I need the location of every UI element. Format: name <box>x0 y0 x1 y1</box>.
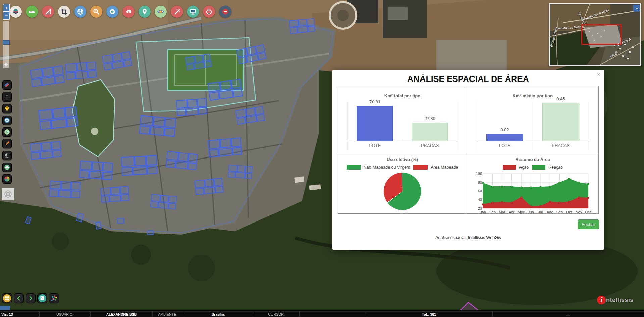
chart-uso-efetivo: Uso efetivo (%) Não Mapeada ou Virgem Ár… <box>338 153 467 213</box>
bar-column-lote: 0.02 LOTE <box>477 102 533 150</box>
zoom-in-button[interactable]: + <box>3 4 9 11</box>
legend-label: Área Mapeada <box>431 165 458 170</box>
legend-item: Reação <box>532 165 563 170</box>
globe-icon[interactable] <box>74 6 86 18</box>
overview-minimap[interactable]: Avenida das Nações Quatro Su Avenida das… <box>549 3 641 66</box>
legend-swatch-red <box>503 165 516 170</box>
magic-wand-icon[interactable] <box>171 6 183 18</box>
grid-menu-icon[interactable] <box>2 293 12 303</box>
bar <box>412 123 448 141</box>
cloud-green-icon[interactable] <box>2 163 12 172</box>
legend-item: Ação <box>503 165 529 170</box>
bar <box>357 106 393 141</box>
status-total: Tot.: 381 <box>365 312 493 317</box>
zoom-slider-handle[interactable] <box>3 40 10 45</box>
modal-caption: Análise espacial. Intellissis WebGis <box>332 235 604 240</box>
crosshair-icon[interactable] <box>2 92 12 102</box>
eraser-icon[interactable] <box>2 80 12 90</box>
bar <box>542 103 579 141</box>
chart-km2-total: Km² total por tipo 70.91 LOTE 27.30 PRAC… <box>338 86 467 153</box>
layers-icon[interactable] <box>10 6 22 18</box>
intellissis-logo: i ntellissis <box>597 296 634 304</box>
legend-item: Não Mapeada ou Virgem <box>347 165 410 170</box>
pie-chart <box>384 173 421 210</box>
close-icon[interactable]: × <box>596 71 601 78</box>
bar-value: 27.30 <box>424 116 435 121</box>
pie-legend: Não Mapeada ou Virgem Área Mapeada <box>338 165 467 170</box>
zoom-out-button[interactable]: − <box>3 12 9 19</box>
status-vis: Vis. 13 <box>0 312 40 317</box>
satellite-icon[interactable] <box>2 151 12 160</box>
svg-text:Oct: Oct <box>566 210 572 213</box>
bar-value: 0.45 <box>556 96 565 101</box>
energy-blue-icon[interactable] <box>2 116 12 125</box>
block-icon[interactable] <box>219 6 231 18</box>
status-cursor-value <box>300 312 365 317</box>
target-icon[interactable] <box>2 188 14 200</box>
legend-label: Não Mapeada ou Virgem <box>364 165 410 170</box>
area-chart: 20406080100JanFebMarAprMayJunJulAgoSepOc… <box>469 171 596 213</box>
cluster-icon[interactable] <box>49 293 59 303</box>
status-bar: Vis. 13 USUÁRIO: ALEXANDRE BSB AMBIENTE:… <box>0 310 644 317</box>
fechar-button[interactable]: Fechar <box>578 219 599 229</box>
bar-category-label: LOTE <box>348 141 402 148</box>
legend-label: Reação <box>548 165 563 170</box>
zoom-slider[interactable] <box>3 21 9 68</box>
legend-item: Área Mapeada <box>413 165 458 170</box>
app-window: + − <box>0 0 644 317</box>
crop-icon[interactable] <box>58 6 70 18</box>
svg-text:Sep: Sep <box>556 210 563 213</box>
minimap-collapse-button[interactable]: » <box>633 5 640 12</box>
bar-category-label: PRACAS <box>402 141 457 148</box>
ruler-icon[interactable] <box>26 6 38 18</box>
pie-chart-icon[interactable] <box>2 174 12 184</box>
chart-title: Km² médio por tipo <box>467 86 598 98</box>
svg-text:80: 80 <box>478 180 482 184</box>
area-legend: Ação Reação <box>467 165 598 170</box>
screenshot-icon[interactable] <box>37 293 47 303</box>
eye-identify-icon[interactable] <box>155 6 167 18</box>
status-more-button[interactable]: ... <box>493 312 644 317</box>
status-ambiente-label: AMBIENTE: <box>153 312 183 317</box>
svg-text:Dec: Dec <box>585 210 592 213</box>
power-icon[interactable] <box>203 6 215 18</box>
zoom-slider-end <box>4 63 8 66</box>
legend-swatch-green <box>347 165 361 170</box>
status-cursor-label: CURSOR: <box>253 312 300 317</box>
bottom-toolbar <box>2 293 59 303</box>
search-icon[interactable] <box>90 6 102 18</box>
map-zoom-control: + − <box>3 4 10 20</box>
bar-chart-total: 70.91 LOTE 27.30 PRACAS <box>347 102 457 150</box>
cloud-download-icon[interactable] <box>122 6 135 18</box>
map-pin-icon[interactable] <box>139 6 151 18</box>
status-ambiente-value: Brasília <box>183 312 253 317</box>
minimap-viewport[interactable] <box>581 24 622 45</box>
chart-title: Resumo da Área <box>467 153 598 162</box>
map-edge-tab <box>0 306 10 310</box>
modal-title: ANÁLISE ESPACIAL DE ÁREA <box>342 74 594 84</box>
set-square-icon[interactable] <box>42 6 54 18</box>
bar-value: 0.02 <box>500 127 509 132</box>
status-usuario-label: USUÁRIO: <box>40 312 91 317</box>
area-chart-svg: 20406080100JanFebMarAprMayJunJulAgoSepOc… <box>470 171 595 213</box>
svg-text:Nov: Nov <box>576 210 582 213</box>
monitor-icon[interactable] <box>187 6 199 18</box>
bar-category-label: PRACAS <box>533 141 589 148</box>
energy-green-icon[interactable] <box>2 127 12 137</box>
legend-swatch-green <box>532 165 545 170</box>
bar-value: 70.91 <box>369 99 381 104</box>
logo-text: ntellissis <box>606 297 634 304</box>
bar-column-pracas: 0.45 PRACAS <box>533 102 589 150</box>
bar-chart-medio: 0.02 LOTE 0.45 PRACAS <box>477 102 589 150</box>
pencil-icon[interactable] <box>2 139 12 148</box>
chevron-left-icon[interactable] <box>14 293 24 303</box>
chevron-right-icon[interactable] <box>26 293 36 303</box>
bar-column-lote: 70.91 LOTE <box>347 102 402 150</box>
svg-text:40: 40 <box>478 197 482 201</box>
bar-category-label: LOTE <box>477 141 533 148</box>
lightbulb-icon[interactable] <box>2 104 12 113</box>
eye-layers-icon[interactable] <box>106 6 118 18</box>
svg-text:Mar: Mar <box>499 210 505 213</box>
bar <box>486 134 523 141</box>
svg-text:100: 100 <box>476 171 482 175</box>
